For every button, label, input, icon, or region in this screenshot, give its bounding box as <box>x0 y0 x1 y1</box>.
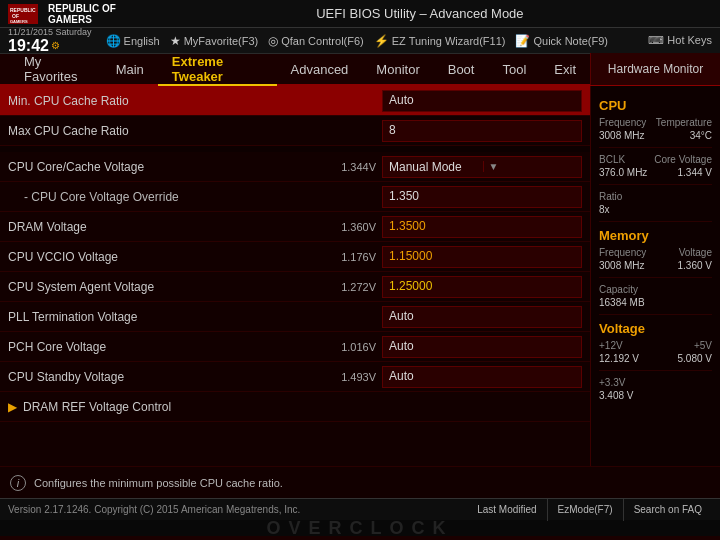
top-bar: REPUBLIC OF GAMERS REPUBLIC OF GAMERS UE… <box>0 0 720 28</box>
setting-row-pch-voltage[interactable]: PCH Core Voltage 1.016V Auto <box>0 332 590 362</box>
window-title: UEFI BIOS Utility – Advanced Mode <box>128 6 712 21</box>
setting-label: - CPU Core Voltage Override <box>8 184 382 210</box>
v5-label: +5V <box>694 340 712 351</box>
capacity-row: Capacity <box>599 284 712 295</box>
quick-note-item[interactable]: 📝 Quick Note(F9) <box>515 34 608 48</box>
ratio-value-row: 8x <box>599 204 712 215</box>
version-text: Version 2.17.1246. Copyright (C) 2015 Am… <box>8 504 300 515</box>
setting-voltage-value: 1.360V <box>296 221 376 233</box>
cpu-freq-row: Frequency Temperature <box>599 117 712 128</box>
info-bar: i Configures the minimum possible CPU ca… <box>0 466 720 498</box>
setting-field-pll[interactable]: Auto <box>382 306 582 328</box>
hot-keys-button[interactable]: ⌨ Hot Keys <box>648 34 712 47</box>
setting-field-override[interactable]: 1.350 <box>382 186 582 208</box>
setting-row-cpu-voltage[interactable]: CPU Core/Cache Voltage 1.344V Manual Mod… <box>0 152 590 182</box>
mem-volt-label: Voltage <box>679 247 712 258</box>
star-icon: ★ <box>170 34 181 48</box>
status-items: 🌐 English ★ MyFavorite(F3) ◎ Qfan Contro… <box>106 34 635 48</box>
nav-tool[interactable]: Tool <box>488 53 540 85</box>
setting-voltage-value: 1.344V <box>296 161 376 173</box>
settings-panel: Min. CPU Cache Ratio Auto Max CPU Cache … <box>0 86 590 466</box>
cpu-freq-label: Frequency <box>599 117 646 128</box>
setting-row-min-cpu-cache[interactable]: Min. CPU Cache Ratio Auto <box>0 86 590 116</box>
language-item[interactable]: 🌐 English <box>106 34 160 48</box>
expand-arrow-icon: ▶ <box>8 400 17 414</box>
main-area: Min. CPU Cache Ratio Auto Max CPU Cache … <box>0 86 720 466</box>
setting-row-vccio-voltage[interactable]: CPU VCCIO Voltage 1.176V 1.15000 <box>0 242 590 272</box>
capacity-value-row: 16384 MB <box>599 297 712 308</box>
setting-voltage-value: 1.016V <box>296 341 376 353</box>
time-text: 19:42 <box>8 37 49 55</box>
ratio-value: 8x <box>599 204 610 215</box>
rog-watermark: OVERCLOCK <box>266 518 453 539</box>
setting-field-standby[interactable]: Auto <box>382 366 582 388</box>
keyboard-icon: ⌨ <box>648 34 664 46</box>
nav-right: Hardware Monitor <box>590 53 720 85</box>
ez-tuning-item[interactable]: ⚡ EZ Tuning Wizard(F11) <box>374 34 506 48</box>
setting-row-pll-voltage[interactable]: PLL Termination Voltage Auto <box>0 302 590 332</box>
v33-row: +3.3V <box>599 377 712 388</box>
dram-ref-label: DRAM REF Voltage Control <box>23 400 171 414</box>
language-icon: 🌐 <box>106 34 121 48</box>
v33-value-row: 3.408 V <box>599 390 712 401</box>
nav-advanced[interactable]: Advanced <box>277 53 363 85</box>
setting-field-vccio[interactable]: 1.15000 <box>382 246 582 268</box>
mem-freq-row: Frequency Voltage <box>599 247 712 258</box>
logo-text: REPUBLIC OF GAMERS <box>48 3 116 25</box>
select-text: Manual Mode <box>383 160 483 174</box>
setting-voltage-value: 1.493V <box>296 371 376 383</box>
settings-gear-icon[interactable]: ⚙ <box>51 40 60 51</box>
setting-field-sys-agent[interactable]: 1.25000 <box>382 276 582 298</box>
nav-boot[interactable]: Boot <box>434 53 489 85</box>
note-icon: 📝 <box>515 34 530 48</box>
setting-field-min-cpu-cache[interactable]: Auto <box>382 90 582 112</box>
status-bar: 11/21/2015 Saturday 19:42 ⚙ 🌐 English ★ … <box>0 28 720 54</box>
logo-area: REPUBLIC OF GAMERS REPUBLIC OF GAMERS <box>8 3 116 25</box>
v12-values: 12.192 V 5.080 V <box>599 353 712 364</box>
nav-main[interactable]: Main <box>102 53 158 85</box>
nav-extreme-tweaker[interactable]: Extreme Tweaker <box>158 54 277 86</box>
setting-row-standby-voltage[interactable]: CPU Standby Voltage 1.493V Auto <box>0 362 590 392</box>
v12-row: +12V +5V <box>599 340 712 351</box>
setting-field-pch[interactable]: Auto <box>382 336 582 358</box>
setting-label: CPU Core/Cache Voltage <box>8 154 296 180</box>
voltage-section-title: Voltage <box>599 321 712 336</box>
memory-section-title: Memory <box>599 228 712 243</box>
v5-value: 5.080 V <box>678 353 712 364</box>
core-volt-value: 1.344 V <box>678 167 712 178</box>
ratio-label: Ratio <box>599 191 622 202</box>
setting-label: CPU Standby Voltage <box>8 364 296 390</box>
dram-ref-row[interactable]: ▶ DRAM REF Voltage Control <box>0 392 590 422</box>
setting-row-sys-agent-voltage[interactable]: CPU System Agent Voltage 1.272V 1.25000 <box>0 272 590 302</box>
setting-label: PCH Core Voltage <box>8 334 296 360</box>
last-modified-button[interactable]: Last Modified <box>467 499 547 521</box>
hw-monitor-header: Hardware Monitor <box>590 53 720 85</box>
setting-label: Max CPU Cache Ratio <box>8 118 382 144</box>
setting-voltage-value: 1.272V <box>296 281 376 293</box>
setting-label: Min. CPU Cache Ratio <box>8 88 382 114</box>
setting-label: DRAM Voltage <box>8 214 296 240</box>
qfan-item[interactable]: ◎ Qfan Control(F6) <box>268 34 364 48</box>
nav-exit[interactable]: Exit <box>540 53 590 85</box>
cpu-temp-value: 34°C <box>690 130 712 141</box>
info-text: Configures the minimum possible CPU cach… <box>34 477 283 489</box>
search-faq-button[interactable]: Search on FAQ <box>624 499 712 521</box>
setting-field-dram[interactable]: 1.3500 <box>382 216 582 238</box>
ez-mode-button[interactable]: EzMode(F7) <box>548 499 624 521</box>
date-text: 11/21/2015 Saturday <box>8 27 92 37</box>
setting-select-cpu-voltage[interactable]: Manual Mode ▼ <box>382 156 582 178</box>
setting-field-max-cpu-cache[interactable]: 8 <box>382 120 582 142</box>
setting-row-dram-voltage[interactable]: DRAM Voltage 1.360V 1.3500 <box>0 212 590 242</box>
dropdown-arrow-icon: ▼ <box>483 161 582 172</box>
mem-freq-label: Frequency <box>599 247 646 258</box>
myfavorite-item[interactable]: ★ MyFavorite(F3) <box>170 34 259 48</box>
info-icon: i <box>10 475 26 491</box>
nav-my-favorites[interactable]: My Favorites <box>10 53 102 85</box>
bclk-row: BCLK Core Voltage <box>599 154 712 165</box>
setting-row-max-cpu-cache[interactable]: Max CPU Cache Ratio 8 <box>0 116 590 146</box>
setting-voltage-value: 1.176V <box>296 251 376 263</box>
svg-text:GAMERS: GAMERS <box>10 19 28 24</box>
setting-row-cpu-voltage-override[interactable]: - CPU Core Voltage Override 1.350 <box>0 182 590 212</box>
core-volt-label: Core Voltage <box>654 154 712 165</box>
nav-monitor[interactable]: Monitor <box>362 53 433 85</box>
